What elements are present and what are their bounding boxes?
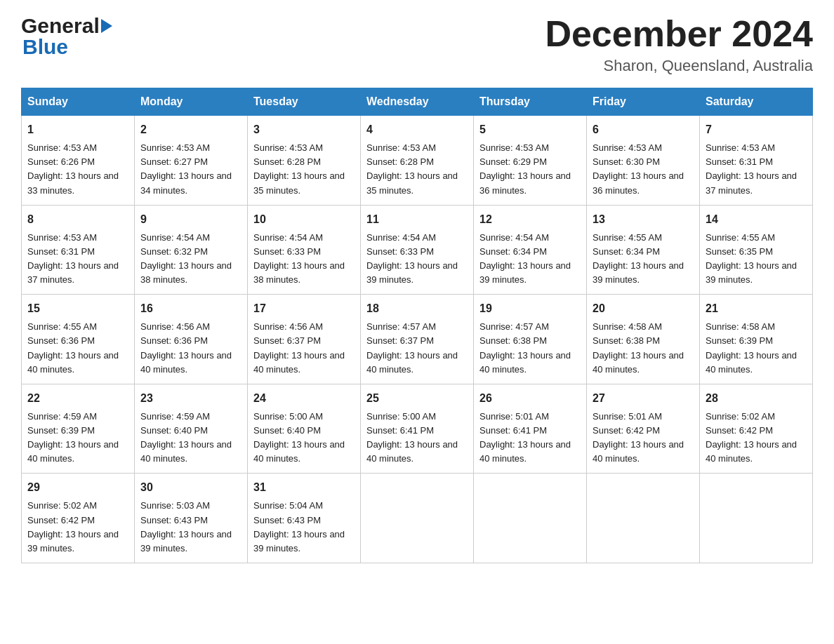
day-info: Sunrise: 4:59 AMSunset: 6:40 PMDaylight:… xyxy=(140,410,241,467)
day-number: 18 xyxy=(366,300,468,317)
day-info: Sunrise: 5:02 AMSunset: 6:42 PMDaylight:… xyxy=(706,410,807,467)
day-info: Sunrise: 4:53 AMSunset: 6:31 PMDaylight:… xyxy=(706,141,807,198)
day-info: Sunrise: 4:53 AMSunset: 6:28 PMDaylight:… xyxy=(366,141,468,198)
calendar-header: Sunday Monday Tuesday Wednesday Thursday… xyxy=(22,88,813,116)
col-sunday: Sunday xyxy=(22,88,135,116)
calendar-cell: 13Sunrise: 4:55 AMSunset: 6:34 PMDayligh… xyxy=(587,205,700,295)
day-number: 11 xyxy=(366,211,468,228)
calendar-week-4: 22Sunrise: 4:59 AMSunset: 6:39 PMDayligh… xyxy=(22,384,813,474)
day-number: 21 xyxy=(706,300,807,317)
logo-general-text: General xyxy=(21,14,100,38)
day-info: Sunrise: 5:03 AMSunset: 6:43 PMDaylight:… xyxy=(140,499,241,556)
calendar-cell: 16Sunrise: 4:56 AMSunset: 6:36 PMDayligh… xyxy=(135,295,248,384)
calendar-cell: 6Sunrise: 4:53 AMSunset: 6:30 PMDaylight… xyxy=(587,116,700,206)
day-number: 24 xyxy=(253,390,355,407)
title-block: December 2024 Sharon, Queensland, Austra… xyxy=(545,14,813,75)
day-number: 4 xyxy=(366,121,468,138)
day-number: 27 xyxy=(593,390,694,407)
calendar-week-2: 8Sunrise: 4:53 AMSunset: 6:31 PMDaylight… xyxy=(22,205,813,295)
calendar-cell: 1Sunrise: 4:53 AMSunset: 6:26 PMDaylight… xyxy=(22,116,135,206)
day-info: Sunrise: 4:56 AMSunset: 6:37 PMDaylight:… xyxy=(253,320,355,377)
day-info: Sunrise: 4:57 AMSunset: 6:37 PMDaylight:… xyxy=(366,320,468,377)
calendar-cell: 29Sunrise: 5:02 AMSunset: 6:42 PMDayligh… xyxy=(22,474,135,563)
day-number: 23 xyxy=(140,390,241,407)
calendar-cell: 3Sunrise: 4:53 AMSunset: 6:28 PMDaylight… xyxy=(248,116,361,206)
calendar-body: 1Sunrise: 4:53 AMSunset: 6:26 PMDaylight… xyxy=(22,116,813,563)
calendar-cell: 22Sunrise: 4:59 AMSunset: 6:39 PMDayligh… xyxy=(22,384,135,474)
day-number: 30 xyxy=(140,479,241,496)
calendar-cell: 30Sunrise: 5:03 AMSunset: 6:43 PMDayligh… xyxy=(135,474,248,563)
day-info: Sunrise: 4:57 AMSunset: 6:38 PMDaylight:… xyxy=(479,320,581,377)
day-info: Sunrise: 4:58 AMSunset: 6:38 PMDaylight:… xyxy=(593,320,694,377)
day-number: 15 xyxy=(27,300,128,317)
day-number: 16 xyxy=(140,300,241,317)
calendar-week-3: 15Sunrise: 4:55 AMSunset: 6:36 PMDayligh… xyxy=(22,295,813,384)
logo-blue-text: Blue xyxy=(21,35,112,59)
calendar-cell xyxy=(700,474,813,563)
day-number: 8 xyxy=(27,211,128,228)
calendar-cell: 11Sunrise: 4:54 AMSunset: 6:33 PMDayligh… xyxy=(361,205,474,295)
calendar-cell: 20Sunrise: 4:58 AMSunset: 6:38 PMDayligh… xyxy=(587,295,700,384)
calendar-cell xyxy=(361,474,474,563)
calendar-subtitle: Sharon, Queensland, Australia xyxy=(545,57,813,75)
calendar-cell xyxy=(587,474,700,563)
calendar-table: Sunday Monday Tuesday Wednesday Thursday… xyxy=(21,88,813,563)
day-info: Sunrise: 5:00 AMSunset: 6:40 PMDaylight:… xyxy=(253,410,355,467)
header-row: Sunday Monday Tuesday Wednesday Thursday… xyxy=(22,88,813,116)
day-info: Sunrise: 4:58 AMSunset: 6:39 PMDaylight:… xyxy=(706,320,807,377)
calendar-cell: 8Sunrise: 4:53 AMSunset: 6:31 PMDaylight… xyxy=(22,205,135,295)
col-wednesday: Wednesday xyxy=(361,88,474,116)
calendar-cell: 23Sunrise: 4:59 AMSunset: 6:40 PMDayligh… xyxy=(135,384,248,474)
day-number: 20 xyxy=(593,300,694,317)
col-friday: Friday xyxy=(587,88,700,116)
day-number: 25 xyxy=(366,390,468,407)
day-number: 17 xyxy=(253,300,355,317)
calendar-cell: 26Sunrise: 5:01 AMSunset: 6:41 PMDayligh… xyxy=(474,384,587,474)
day-info: Sunrise: 5:00 AMSunset: 6:41 PMDaylight:… xyxy=(366,410,468,467)
calendar-cell: 14Sunrise: 4:55 AMSunset: 6:35 PMDayligh… xyxy=(700,205,813,295)
logo-triangle-icon xyxy=(101,19,112,33)
calendar-cell: 27Sunrise: 5:01 AMSunset: 6:42 PMDayligh… xyxy=(587,384,700,474)
day-info: Sunrise: 5:04 AMSunset: 6:43 PMDaylight:… xyxy=(253,499,355,556)
day-info: Sunrise: 5:02 AMSunset: 6:42 PMDaylight:… xyxy=(27,499,128,556)
calendar-cell: 4Sunrise: 4:53 AMSunset: 6:28 PMDaylight… xyxy=(361,116,474,206)
logo: General Blue xyxy=(21,14,112,59)
day-info: Sunrise: 4:55 AMSunset: 6:34 PMDaylight:… xyxy=(593,231,694,288)
day-number: 10 xyxy=(253,211,355,228)
calendar-cell xyxy=(474,474,587,563)
calendar-week-1: 1Sunrise: 4:53 AMSunset: 6:26 PMDaylight… xyxy=(22,116,813,206)
day-info: Sunrise: 4:54 AMSunset: 6:33 PMDaylight:… xyxy=(366,231,468,288)
day-info: Sunrise: 4:56 AMSunset: 6:36 PMDaylight:… xyxy=(140,320,241,377)
day-number: 6 xyxy=(593,121,694,138)
calendar-cell: 31Sunrise: 5:04 AMSunset: 6:43 PMDayligh… xyxy=(248,474,361,563)
col-monday: Monday xyxy=(135,88,248,116)
calendar-cell: 24Sunrise: 5:00 AMSunset: 6:40 PMDayligh… xyxy=(248,384,361,474)
day-number: 13 xyxy=(593,211,694,228)
day-info: Sunrise: 4:54 AMSunset: 6:34 PMDaylight:… xyxy=(479,231,581,288)
day-info: Sunrise: 4:53 AMSunset: 6:28 PMDaylight:… xyxy=(253,141,355,198)
calendar-cell: 21Sunrise: 4:58 AMSunset: 6:39 PMDayligh… xyxy=(700,295,813,384)
calendar-cell: 28Sunrise: 5:02 AMSunset: 6:42 PMDayligh… xyxy=(700,384,813,474)
day-info: Sunrise: 4:53 AMSunset: 6:26 PMDaylight:… xyxy=(27,141,128,198)
day-info: Sunrise: 4:53 AMSunset: 6:27 PMDaylight:… xyxy=(140,141,241,198)
day-info: Sunrise: 4:54 AMSunset: 6:33 PMDaylight:… xyxy=(253,231,355,288)
calendar-week-5: 29Sunrise: 5:02 AMSunset: 6:42 PMDayligh… xyxy=(22,474,813,563)
day-number: 31 xyxy=(253,479,355,496)
calendar-cell: 19Sunrise: 4:57 AMSunset: 6:38 PMDayligh… xyxy=(474,295,587,384)
day-number: 29 xyxy=(27,479,128,496)
calendar-cell: 5Sunrise: 4:53 AMSunset: 6:29 PMDaylight… xyxy=(474,116,587,206)
day-number: 7 xyxy=(706,121,807,138)
col-thursday: Thursday xyxy=(474,88,587,116)
calendar-cell: 12Sunrise: 4:54 AMSunset: 6:34 PMDayligh… xyxy=(474,205,587,295)
calendar-cell: 9Sunrise: 4:54 AMSunset: 6:32 PMDaylight… xyxy=(135,205,248,295)
day-info: Sunrise: 4:53 AMSunset: 6:29 PMDaylight:… xyxy=(479,141,581,198)
calendar-cell: 15Sunrise: 4:55 AMSunset: 6:36 PMDayligh… xyxy=(22,295,135,384)
page-header: General Blue December 2024 Sharon, Queen… xyxy=(21,14,813,75)
calendar-title: December 2024 xyxy=(545,14,813,54)
day-number: 1 xyxy=(27,121,128,138)
day-number: 19 xyxy=(479,300,581,317)
col-tuesday: Tuesday xyxy=(248,88,361,116)
calendar-cell: 7Sunrise: 4:53 AMSunset: 6:31 PMDaylight… xyxy=(700,116,813,206)
calendar-cell: 25Sunrise: 5:00 AMSunset: 6:41 PMDayligh… xyxy=(361,384,474,474)
day-info: Sunrise: 4:54 AMSunset: 6:32 PMDaylight:… xyxy=(140,231,241,288)
